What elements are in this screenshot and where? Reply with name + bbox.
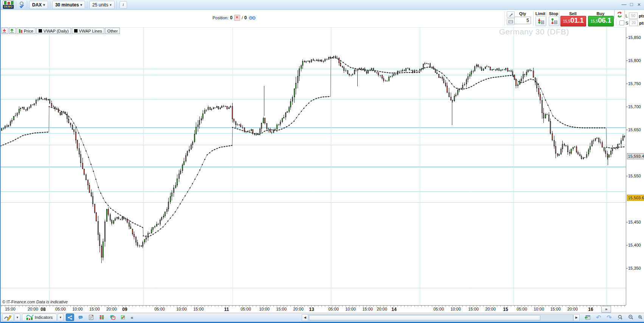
time-minor-tick [149,306,150,307]
time-minor-tick [597,306,597,307]
chart-scrollbar[interactable] [308,314,573,321]
time-minor-tick [421,306,422,307]
chat-icon[interactable] [76,314,85,321]
time-minor-tick [462,306,463,307]
time-minor-tick [211,306,212,307]
day-tick-label: 16 [588,307,593,312]
quantity-input[interactable] [514,17,531,24]
price-chart[interactable] [1,27,626,305]
zoom-in-icon[interactable] [636,314,644,321]
go-to-date-icon[interactable] [582,314,592,321]
indicators-dropdown[interactable]: ▾ [57,314,64,321]
time-minor-tick [356,306,356,307]
time-tick-label: 15:00 [468,307,479,311]
scroll-left-arrow[interactable]: ◀ [302,314,308,321]
sell-button[interactable]: 15,501.1 [560,16,586,26]
time-tick-label: 15:00 [5,307,16,311]
vwap-lines-color-swatch [74,29,78,33]
limit-distance-input[interactable] [629,12,638,19]
day-tick-label: 13 [309,307,314,312]
time-minor-tick [587,306,587,307]
time-minor-tick [500,306,501,307]
timeframe-selector[interactable]: 30 minutes▾ [52,1,85,9]
time-minor-tick [129,306,129,307]
legend-item-price[interactable]: Price [17,28,36,34]
time-minor-tick [53,306,53,307]
time-minor-tick [136,306,136,307]
scrollbar-thumb[interactable] [309,315,540,320]
time-minor-tick [390,306,391,307]
time-minor-tick [118,306,119,307]
time-axis[interactable]: 15:0020:000805:0010:0015:0020:000905:001… [1,305,626,313]
buy-button[interactable]: 15,506.1 [588,16,614,26]
time-tick-label: 05:00 [433,307,444,311]
minimize-button[interactable]: — [621,2,627,8]
redo-icon[interactable]: ↷ [605,314,613,321]
scroll-right-arrow[interactable]: ▶ [573,314,580,321]
zoom-fit-icon[interactable] [616,314,625,321]
candlestick-logo-icon [4,1,13,5]
price-axis[interactable]: 15,85015,80015,75015,70015,65015,55015,4… [626,27,644,305]
drawing-tools-button[interactable] [2,314,14,321]
instrument-selector[interactable]: DAX▾ [29,1,48,9]
undo-icon[interactable]: ↶ [594,314,603,321]
news-icon[interactable] [87,314,95,321]
time-tick-label: 15:00 [89,307,100,311]
time-minor-tick [290,306,291,307]
indicators-button[interactable]: Indicators [22,314,57,321]
time-minor-tick [511,306,511,307]
time-minor-tick [70,306,71,307]
close-position-icon[interactable]: ✕ [234,15,240,21]
time-minor-tick [253,306,253,307]
time-minor-tick [480,306,480,307]
time-minor-tick [26,306,26,307]
time-minor-tick [191,306,191,307]
time-minor-tick [428,306,428,307]
info-button[interactable]: i [119,1,127,9]
time-minor-tick [580,306,580,307]
link-pin-icon[interactable] [19,2,25,8]
refresh-quotes-icon[interactable] [614,9,625,19]
copyright-notice: © IT-Finance.com Data is indicative [2,300,68,304]
market-depth-icon[interactable] [98,314,106,321]
time-tick-label: 10:00 [72,307,83,311]
time-minor-tick [46,306,47,307]
units-selector[interactable]: 25 units▾ [89,1,115,9]
time-minor-tick [614,306,615,307]
collapse-toolbar-button[interactable]: « [129,314,135,321]
time-minor-tick [531,306,532,307]
scroll-forward-button[interactable]: » [601,306,611,313]
keyboard-entry-icon[interactable] [507,19,515,25]
limit-order-button[interactable] [535,16,546,26]
day-tick-label: 15 [503,307,508,312]
expand-indicator-up-icon[interactable] [9,28,16,34]
collapse-indicator-down-icon[interactable] [2,28,8,34]
stop-distance-input[interactable] [629,20,638,26]
time-minor-tick [273,306,274,307]
time-minor-tick [84,306,84,307]
time-minor-tick [287,306,287,307]
maximize-button[interactable]: □ [629,2,634,8]
chart-settings-icon[interactable] [119,314,127,321]
stop-distance-checkbox[interactable] [619,20,624,25]
time-tick-label: 20:00 [293,307,304,311]
price-tick-label: 15,650 [628,127,641,132]
time-minor-tick [408,306,408,307]
share-icon[interactable] [66,314,74,321]
time-tick-label: 15:00 [550,307,561,311]
legend-item-other[interactable]: Other [105,28,120,34]
buy-price: 06.1 [598,16,611,25]
legend-item-vwap-daily[interactable]: VWAP (Daily) [36,28,71,34]
new-chart-window-icon[interactable] [108,314,117,321]
order-settings-wrench-icon[interactable] [507,11,515,18]
price-tick-label: 15,750 [628,81,641,86]
close-button[interactable]: × [636,2,642,8]
legend-item-vwap-lines[interactable]: VWAP Lines [72,28,104,34]
price-tick-label: 15,700 [628,104,641,109]
zoom-out-icon[interactable] [626,314,635,321]
time-minor-tick [562,306,563,307]
time-minor-tick [205,306,205,307]
stop-order-button[interactable] [549,16,559,26]
drawing-tools-dropdown[interactable]: ▾ [14,314,20,321]
orders-settings-icon[interactable]: ⚙⚙ [248,15,255,21]
